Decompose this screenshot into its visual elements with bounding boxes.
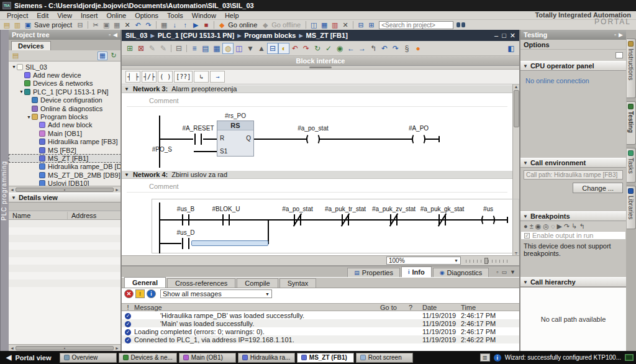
tree-item-program-blocks[interactable]: ▼Program blocks [9,112,120,121]
menu-inspector-icon[interactable]: ▼ [510,269,516,275]
tab-info[interactable]: iInfo [401,266,432,277]
message-row[interactable]: ✓Loading completed (errors: 0; warnings:… [122,327,519,335]
stop-runtime-icon[interactable]: ▥ [330,20,340,29]
menu-edit[interactable]: Edit [32,12,53,19]
tree-horizontal-scrollbar[interactable]: ◄▪► [9,186,120,193]
delete-icon[interactable]: ✕ [122,20,132,29]
details-horizontal-scrollbar[interactable]: ◄▪► [9,344,120,351]
menu-window[interactable]: Window [188,12,220,19]
message-row[interactable]: ✓'Hidraulika rampe_DB' was loaded succes… [122,311,519,319]
search-input[interactable] [379,21,453,29]
redo-icon[interactable]: ↷ [143,20,153,29]
go-to-next-error-icon[interactable]: ↷ [301,43,312,54]
subtab-syntax[interactable]: Syntax [279,278,317,288]
go-to-previous-error-icon[interactable]: ↶ [289,43,301,54]
empty-box-icon[interactable]: [??] [174,71,193,83]
collapse-panel-icon[interactable]: ◀ [113,32,117,38]
subtab-compile[interactable]: Compile [237,278,278,288]
print-icon[interactable]: ⊟ [75,20,85,29]
menu-project[interactable]: Project [2,12,32,19]
coil-a-po-stat[interactable]: #a_po_stat [307,134,319,145]
save-project-button[interactable]: Save project [34,21,72,29]
warnings-filter-icon[interactable]: ! [135,289,145,298]
stop-cpu-icon[interactable]: ■ [201,20,211,29]
collapse-icon[interactable]: ▼ [11,65,17,69]
message-row[interactable]: ✓Connected to PLC_1, via address IP=192.… [122,335,519,344]
go-offline-icon[interactable]: ◆ [260,20,270,29]
call-environment-header[interactable]: ▼ Call environment [520,158,626,168]
tree-item-device-configuration[interactable]: Device configuration [9,96,120,104]
view-toggle-icon[interactable]: ▦ [98,52,107,60]
cut-icon[interactable]: ✂ [91,20,101,29]
rename-block-icon[interactable]: ✎ [147,43,158,54]
tree-item-hidraulika-rampe-fb3-[interactable]: Hidraulika rampe [FB3] [9,138,120,146]
operand-label[interactable]: #a_puk_gk_stat [420,206,465,212]
tree-item-ms-fb2-[interactable]: MS [FB2] [9,146,120,154]
expand-options-icon[interactable] [616,52,623,58]
collapse-inspector-icon[interactable]: ▭ [502,269,507,275]
lock-icon[interactable]: ● [412,43,424,54]
tree-item-uslovi-db10-[interactable]: Uslovi [DB10] [9,179,120,186]
go-forward-jump-icon[interactable]: ↷ [390,43,401,54]
minimize-editor-icon[interactable]: – [494,32,498,40]
highlight-icon[interactable]: ◐ [278,43,289,54]
collapse-icon[interactable]: ▼ [26,115,32,119]
rs-box-operand[interactable]: #rs_PO [225,112,246,119]
breadcrumb-0[interactable]: SIL_03 [125,32,147,39]
tree-item-add-new-device[interactable]: Add new device [9,71,120,79]
change-button[interactable]: Change ... [573,183,623,193]
set-breakpoint-icon[interactable]: ● [524,222,528,230]
insert-row-icon[interactable]: ⊟ [173,43,184,54]
breadcrumb-2[interactable]: Program blocks [244,32,296,39]
task-devices-ne-[interactable]: Devices & ne... [119,353,177,363]
tree-item-hidraulika-rampe-db-d-[interactable]: Hidraulika rampe_DB [D... [9,163,120,171]
close-icon[interactable]: ✕ [340,20,350,29]
expand-networks-icon[interactable]: ▼ [245,43,256,54]
menu-insert[interactable]: Insert [76,12,102,19]
delete-network-icon[interactable]: ⊠ [135,43,147,54]
zoom-slider[interactable] [466,258,511,263]
network-3-rung[interactable]: #A_RESET #rs_PO RS R S1 Q #PO_S [127,111,507,168]
new-project-icon[interactable]: ▤ [2,20,12,29]
operand-label[interactable]: #us_B [177,206,194,212]
next-statement-icon[interactable]: ▶ [556,222,561,230]
rs-flipflop-box[interactable]: #rs_PO RS R S1 Q [217,121,254,157]
breakpoints-header[interactable]: ▼ Breakpoints [520,211,626,221]
network-3-comment[interactable]: Comment [127,93,507,107]
task-root-screen[interactable]: Root screen [356,353,413,363]
accessible-devices-icon[interactable]: ◫ [309,20,319,29]
refresh-view-icon[interactable]: ↻ [109,52,119,60]
open-branch-icon[interactable]: ↳ [194,71,209,83]
close-branch-icon[interactable]: → [210,71,225,83]
network-4-comment[interactable]: Comment [127,179,507,193]
step-over-icon[interactable]: ↷ [564,222,570,230]
task-overview[interactable]: Overview [60,353,117,363]
search-binoculars-icon[interactable] [457,22,465,28]
step-into-icon[interactable]: ↳ [571,222,577,230]
operand-label[interactable]: #a_puk_zv_stat [372,206,416,212]
float-panel-icon[interactable]: ▫ [614,32,616,38]
download-to-device-icon[interactable]: ↓ [170,20,179,29]
details-column-name[interactable]: Name [9,212,68,219]
portal-view-button[interactable]: ◀ Portal view [2,353,58,362]
paste-icon[interactable]: ▦ [112,20,122,29]
update-block-calls-icon[interactable]: ↻ [312,43,323,54]
favorites-toggle-icon[interactable]: ◫ [234,43,245,54]
tree-item-main-ob1-[interactable]: Main [OB1] [9,129,120,137]
nc-contact-a_puk_gk_stat[interactable]: #a_puk_gk_stat [437,214,447,225]
coil-icon[interactable]: ( ) [158,71,173,83]
start-simulation-icon[interactable]: ▦ [319,20,329,29]
nc-contact-icon[interactable]: ┤/├ [142,71,157,83]
call-hierarchy-header[interactable]: ▼ Call hierarchy [520,277,626,287]
menu-online[interactable]: Online [102,12,130,19]
compile-icon[interactable]: ▦ [159,20,169,29]
network-sequence-icon[interactable]: ▦ [211,43,222,54]
absolute-operands-icon[interactable]: ≡ [189,43,200,54]
side-tab-tasks[interactable]: Tasks [627,148,636,183]
tab-diagnostics[interactable]: ◉Diagnostics [433,268,489,277]
selected-wire-segment[interactable] [191,240,268,246]
column-message[interactable]: Message [134,304,380,311]
tree-item-plc-1-cpu-1513-1-pn-[interactable]: ▼PLC_1 [CPU 1513-1 PN] [9,88,120,96]
subtab-cross-references[interactable]: Cross-references [167,278,235,288]
contact-us_b[interactable]: #us_B [181,214,191,225]
